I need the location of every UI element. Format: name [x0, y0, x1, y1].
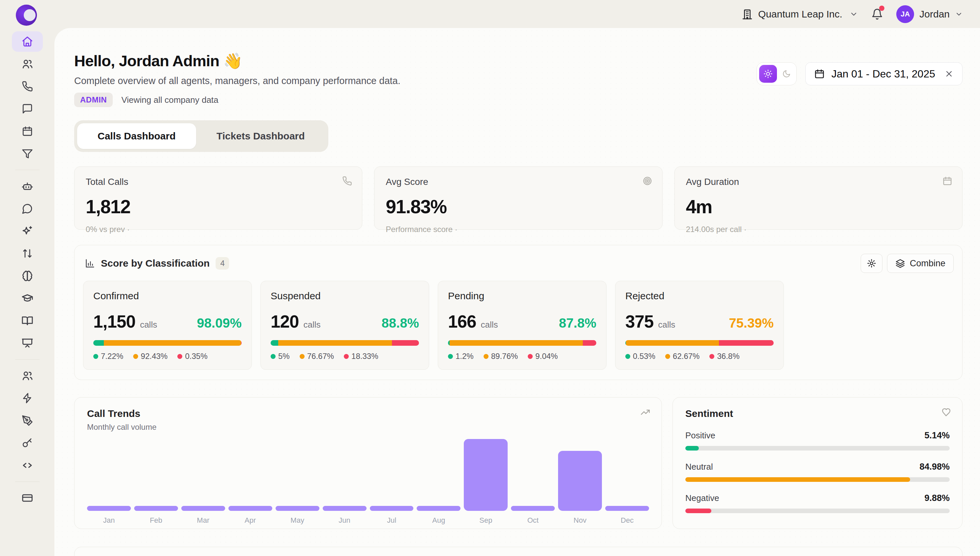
- sidebar-item-chat[interactable]: [12, 199, 43, 219]
- bar-feb[interactable]: [134, 439, 178, 511]
- classification-count-badge: 4: [215, 257, 229, 270]
- credit-card-icon: [21, 492, 33, 504]
- users-icon: [21, 58, 33, 70]
- code-icon: [21, 459, 33, 471]
- classification-score: 75.39%: [729, 316, 774, 331]
- notifications-button[interactable]: [871, 8, 883, 20]
- tab-calls-dashboard[interactable]: Calls Dashboard: [77, 123, 196, 149]
- bar-mar[interactable]: [181, 439, 225, 511]
- section-title: Score by Classification: [101, 258, 210, 269]
- calls-suffix: calls: [140, 320, 157, 330]
- sidebar-item-automations[interactable]: [12, 388, 43, 408]
- sidebar-item-users[interactable]: [12, 54, 43, 74]
- sidebar-item-messages[interactable]: [12, 99, 43, 119]
- legend-item: 7.22%: [93, 352, 123, 361]
- sidebar-item-home[interactable]: [12, 31, 43, 52]
- bar-label: Feb: [134, 516, 178, 525]
- role-badge: ADMIN: [74, 93, 113, 107]
- brain-icon: [21, 270, 33, 282]
- call-trends-labels: JanFebMarAprMayJunJulAugSepOctNovDec: [87, 516, 649, 525]
- sidebar-item-library[interactable]: [12, 310, 43, 331]
- bar-nov[interactable]: [558, 439, 602, 511]
- sidebar: [0, 28, 54, 556]
- user-name: Jordan: [919, 8, 950, 20]
- page-header: Hello, Jordan Admin 👋 Complete overview …: [74, 52, 401, 107]
- role-note: Viewing all company data: [121, 95, 218, 105]
- app-logo[interactable]: [16, 5, 37, 26]
- sidebar-item-knowledge[interactable]: [12, 266, 43, 286]
- bar-apr[interactable]: [228, 439, 272, 511]
- sidebar-item-calls[interactable]: [12, 76, 43, 97]
- legend-item: 36.8%: [709, 352, 739, 361]
- bar-sep[interactable]: [464, 439, 508, 511]
- bar-label: Jun: [323, 516, 367, 525]
- user-menu[interactable]: JA Jordan: [896, 5, 963, 23]
- message-circle-icon: [22, 203, 33, 214]
- classification-name: Rejected: [625, 290, 774, 302]
- classification-settings-button[interactable]: [861, 254, 883, 273]
- sidebar-item-design[interactable]: [12, 411, 43, 431]
- combine-button[interactable]: Combine: [887, 254, 954, 273]
- home-icon: [21, 36, 33, 47]
- tab-tickets-dashboard[interactable]: Tickets Dashboard: [196, 123, 325, 149]
- sidebar-item-ai[interactable]: [12, 221, 43, 241]
- sidebar-item-team[interactable]: [12, 365, 43, 386]
- bar-label: Sep: [464, 516, 508, 525]
- phone-icon: [342, 176, 352, 186]
- sentiment-value: 84.98%: [919, 462, 950, 472]
- legend-item: 0.35%: [177, 352, 207, 361]
- bar-label: May: [276, 516, 319, 525]
- bar-jan[interactable]: [87, 439, 131, 511]
- sentiment-label: Positive: [685, 430, 715, 441]
- bar-label: Apr: [228, 516, 272, 525]
- call-trends-card: Call Trends Monthly call volume JanFebMa…: [74, 397, 662, 529]
- chevron-down-icon: [849, 10, 858, 18]
- sentiment-title: Sentiment: [685, 408, 950, 419]
- classification-calls: 375: [625, 312, 653, 331]
- stat-card-avg-duration: Avg Duration 4m 214.00s per call ·: [674, 166, 962, 230]
- sidebar-item-transfers[interactable]: [12, 243, 43, 263]
- org-switcher[interactable]: Quantum Leap Inc.: [742, 8, 858, 20]
- classification-calls: 120: [271, 312, 299, 331]
- dark-mode-button[interactable]: [779, 65, 794, 83]
- bar-jun[interactable]: [323, 439, 367, 511]
- message-square-icon: [22, 103, 33, 114]
- stat-value: 4m: [686, 196, 951, 218]
- stat-note: Performance score ·: [386, 225, 651, 234]
- sentiment-row-positive: Positive 5.14%: [685, 430, 950, 451]
- bar-label: Jul: [370, 516, 414, 525]
- sidebar-item-training[interactable]: [12, 288, 43, 309]
- sentiment-value: 5.14%: [924, 430, 950, 441]
- sidebar-item-presentations[interactable]: [12, 333, 43, 353]
- phone-icon: [22, 81, 33, 92]
- sidebar-item-access[interactable]: [12, 433, 43, 453]
- moon-icon: [782, 70, 791, 78]
- bar-dec[interactable]: [605, 439, 649, 511]
- bar-oct[interactable]: [511, 439, 555, 511]
- target-icon: [642, 176, 652, 186]
- building-icon: [742, 8, 753, 20]
- chart-title: Call Trends: [87, 408, 649, 419]
- classification-name: Pending: [448, 290, 596, 302]
- date-range-picker[interactable]: Jan 01 - Dec 31, 2025: [805, 62, 962, 86]
- sentiment-card: Sentiment Positive 5.14% Neutral 84.98% …: [673, 397, 962, 529]
- pen-tool-icon: [22, 415, 33, 426]
- legend-item: 0.53%: [625, 352, 655, 361]
- presentation-icon: [21, 337, 33, 349]
- sidebar-item-calendar[interactable]: [12, 121, 43, 141]
- sidebar-item-filters[interactable]: [12, 143, 43, 164]
- clear-date-icon[interactable]: [944, 69, 954, 78]
- sidebar-item-bot[interactable]: [12, 176, 43, 196]
- bar-may[interactable]: [276, 439, 319, 511]
- bar-label: Jan: [87, 516, 131, 525]
- topbar: Quantum Leap Inc. JA Jordan: [0, 0, 980, 28]
- bar-aug[interactable]: [417, 439, 461, 511]
- bar-jul[interactable]: [370, 439, 414, 511]
- light-mode-button[interactable]: [759, 65, 777, 83]
- bar-label: Mar: [181, 516, 225, 525]
- sidebar-item-developer[interactable]: [12, 455, 43, 475]
- score-by-classification-panel: Score by Classification 4 Combine Confir…: [74, 245, 962, 380]
- sidebar-item-billing[interactable]: [12, 488, 43, 508]
- sentiment-label: Negative: [685, 493, 719, 503]
- classification-score: 87.8%: [559, 316, 596, 331]
